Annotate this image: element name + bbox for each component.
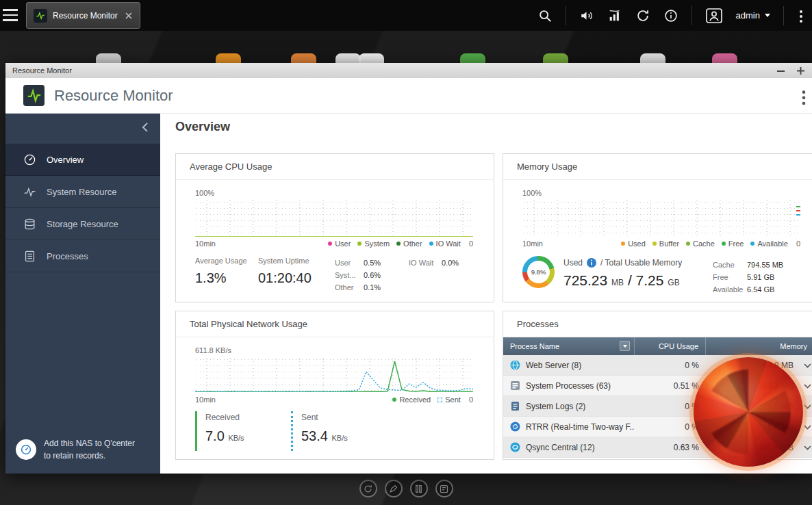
qcenter-text-line2: to retain records. — [44, 451, 105, 461]
expand-chevron-icon[interactable] — [804, 384, 811, 389]
cpu-usage-panel: Average CPU Usage 100% 10min User System… — [175, 153, 494, 302]
dock-pen-icon[interactable] — [385, 480, 403, 497]
detail-value: 5.91 GB — [747, 271, 774, 283]
network-panel-title: Total Physical Network Usage — [176, 311, 494, 337]
average-usage-value: 1.3% — [195, 270, 247, 286]
column-label: Memory — [780, 342, 807, 350]
user-menu[interactable]: admin — [736, 10, 770, 21]
background-tasks-icon[interactable] — [607, 8, 622, 23]
main-menu-icon[interactable] — [3, 9, 21, 22]
column-label: CPU Usage — [659, 342, 698, 350]
legend-dot — [652, 242, 657, 246]
network-chart-xright: 0 — [469, 396, 473, 404]
legend-label: Cache — [693, 239, 715, 248]
chevron-down-icon — [765, 14, 770, 17]
tab-close-icon[interactable] — [125, 12, 133, 20]
detail-value: 6.54 GB — [747, 283, 774, 296]
sidebar-item-processes[interactable]: Processes — [5, 240, 160, 272]
uptime-value: 01:20:40 — [258, 270, 312, 286]
sidebar-collapse-icon[interactable] — [140, 121, 151, 133]
memory-usage-panel: Memory Usage 100% 10min Used Buffer Ca — [503, 153, 812, 302]
legend-dot — [686, 242, 690, 246]
sidebar-item-overview[interactable]: Overview — [5, 144, 160, 176]
storage-disks-icon — [23, 218, 36, 231]
breakdown-label: User — [335, 257, 364, 269]
memory-total-value: 7.25 — [636, 272, 664, 288]
maximize-button[interactable] — [796, 66, 805, 75]
process-name: System Processes (63) — [526, 381, 611, 391]
detail-label: Available — [713, 283, 747, 296]
sidebar-item-system-resource[interactable]: System Resource — [5, 176, 160, 208]
network-chart-ymax: 611.8 KB/s — [195, 346, 231, 354]
sent-value: 53.4 — [301, 428, 328, 443]
qcenter-banner[interactable]: Add this NAS to Q'center to retain recor… — [16, 437, 150, 463]
column-process-name[interactable]: Process Name — [503, 337, 635, 355]
sidebar-item-label: System Resource — [47, 187, 117, 197]
dock-notes-icon[interactable] — [435, 480, 453, 497]
memory-used-value: 725.23 — [563, 272, 607, 288]
network-chart-svg — [195, 357, 473, 392]
dock-columns-icon[interactable] — [410, 480, 428, 497]
chart-edge-mark — [796, 214, 800, 216]
qcenter-icon — [16, 439, 36, 460]
memory-chart-xleft: 10min — [522, 239, 543, 248]
resource-monitor-app-icon — [23, 85, 45, 106]
process-cpu: 0 % — [635, 402, 706, 411]
window-titlebar[interactable]: Resource Monitor — [5, 63, 812, 78]
app-more-options-icon[interactable] — [799, 89, 809, 104]
memory-info-icon[interactable] — [587, 258, 596, 268]
breakdown-value: 0.6% — [364, 269, 381, 281]
legend-dashed-marker — [437, 398, 442, 402]
breakdown-value: 0.1% — [364, 281, 381, 294]
column-memory[interactable]: Memory — [706, 337, 812, 355]
chart-edge-mark — [796, 206, 800, 207]
process-row-system-processes[interactable]: System Processes (63) 0.51 % 383.3 MB — [503, 376, 812, 396]
sidebar-item-storage-resource[interactable]: Storage Resource — [5, 208, 160, 240]
process-row-web-server[interactable]: Web Server (8) 0 % 64.8 MB — [503, 355, 812, 376]
process-cpu: 0.51 % — [635, 381, 706, 391]
legend-label: Used — [628, 239, 646, 248]
page-title: Overview — [175, 120, 230, 134]
memory-donut: 9.8% — [522, 256, 555, 288]
sidebar-item-label: Overview — [47, 155, 84, 165]
sent-label: Sent — [301, 413, 348, 422]
process-row-system-logs[interactable]: System Logs (2) 0 % 8.2 MB — [503, 396, 812, 417]
legend-label: Available — [757, 239, 787, 248]
user-avatar-icon[interactable] — [705, 8, 723, 24]
gauge-icon — [23, 153, 36, 166]
search-icon[interactable] — [537, 8, 553, 23]
desktop: Resource Monitor Resource Monitor — [0, 31, 812, 505]
memory-used-label: Used — [563, 258, 583, 268]
cpu-chart-xright: 0 — [469, 239, 473, 248]
memory-legend: Used Buffer Cache Free Available — [621, 239, 788, 248]
legend-dot — [396, 242, 401, 246]
sort-dropdown-icon[interactable] — [620, 341, 630, 351]
network-chart-xleft: 10min — [195, 396, 216, 404]
refresh-icon[interactable] — [635, 8, 650, 23]
rtrr-sync-icon — [510, 422, 520, 432]
legend-dot — [722, 242, 726, 246]
received-unit: KB/s — [228, 434, 244, 442]
sent-unit: KB/s — [332, 434, 348, 442]
column-cpu-usage[interactable]: CPU Usage — [635, 337, 706, 355]
more-options-icon[interactable] — [797, 8, 805, 23]
expand-chevron-icon[interactable] — [804, 425, 811, 430]
dock-recent-icon[interactable] — [359, 480, 377, 497]
memory-divider: / — [628, 272, 632, 288]
expand-chevron-icon[interactable] — [804, 445, 811, 450]
process-row-qsync-central[interactable]: Qsync Central (12) 0.63 % 140.6 MB — [503, 437, 812, 458]
expand-chevron-icon[interactable] — [804, 404, 811, 409]
volume-icon[interactable] — [579, 8, 594, 23]
memory-chart-ymax: 100% — [522, 189, 542, 197]
minimize-button[interactable] — [776, 66, 785, 75]
uptime-label: System Uptime — [258, 257, 312, 265]
process-memory: 64.8 MB — [706, 361, 812, 370]
expand-chevron-icon[interactable] — [804, 363, 811, 368]
info-icon[interactable] — [663, 8, 678, 23]
detail-label: Free — [713, 271, 747, 283]
tab-resource-monitor[interactable]: Resource Monitor — [26, 2, 140, 29]
process-row-rtrr[interactable]: RTRR (Real-time Two-way F... 0 % 5.0 MB — [503, 417, 812, 437]
cpu-chart-ymax: 100% — [195, 189, 214, 197]
legend-dot — [357, 242, 361, 246]
iowait-label: IO Wait — [409, 257, 442, 269]
